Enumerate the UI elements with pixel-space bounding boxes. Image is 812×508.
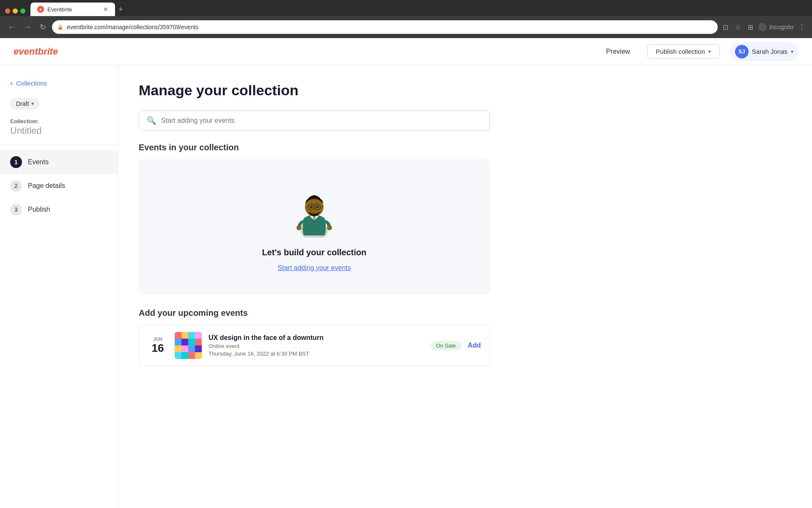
profile-button[interactable]: Incognito: [758, 23, 793, 31]
forward-button[interactable]: →: [21, 21, 34, 33]
minimize-dot[interactable]: [13, 8, 18, 14]
sidebar-item-page-details[interactable]: 2 Page details: [0, 174, 118, 198]
back-arrow-icon: ‹: [10, 79, 13, 88]
svg-rect-26: [195, 352, 202, 359]
svg-rect-24: [181, 352, 188, 359]
sidebar-divider: [0, 145, 118, 145]
step-3-circle: 3: [10, 204, 22, 215]
sidebar-item-page-details-label: Page details: [28, 182, 65, 190]
back-label: Collections: [16, 80, 47, 87]
tab-favicon: [37, 6, 44, 13]
collection-name: Untitled: [10, 125, 108, 136]
tab-title: Eventbrite: [47, 6, 100, 13]
close-dot[interactable]: [5, 8, 10, 14]
svg-rect-22: [195, 345, 202, 352]
browser-tabs: Eventbrite ✕ +: [0, 0, 812, 16]
svg-point-7: [310, 206, 313, 208]
user-name: Sarah Jonas: [752, 48, 787, 55]
step-1-circle: 1: [10, 156, 22, 168]
svg-point-10: [327, 225, 332, 230]
svg-rect-18: [195, 339, 202, 345]
svg-rect-20: [181, 345, 188, 352]
cast-icon[interactable]: ⊡: [721, 22, 730, 33]
collection-label: Collection:: [10, 118, 108, 124]
svg-rect-12: [181, 332, 188, 339]
search-icon: 🔍: [147, 116, 156, 125]
sidebar-item-events[interactable]: 1 Events: [0, 150, 118, 174]
header-right: Preview Publish collection ▾ SJ Sarah Jo…: [599, 42, 798, 61]
tab-grid-icon[interactable]: ⊞: [746, 22, 755, 33]
svg-rect-14: [195, 332, 202, 339]
sidebar-back-link[interactable]: ‹ Collections: [0, 74, 118, 93]
event-date: JUN 16: [148, 337, 168, 355]
sidebar-item-events-label: Events: [28, 158, 49, 166]
search-box[interactable]: 🔍: [139, 110, 490, 131]
page-title: Manage your collection: [139, 82, 792, 99]
chevron-down-icon: ▾: [708, 49, 711, 55]
svg-rect-13: [188, 332, 195, 339]
profile-icon: [758, 23, 767, 31]
app-header: eventbrite Preview Publish collection ▾ …: [0, 38, 812, 65]
user-chevron-icon: ▾: [791, 49, 793, 55]
add-event-button[interactable]: Add: [468, 342, 481, 349]
empty-state-box: Let's build your collection Start adding…: [139, 159, 490, 295]
svg-rect-11: [175, 332, 181, 339]
svg-rect-15: [175, 339, 181, 345]
search-input[interactable]: [161, 117, 482, 124]
event-month: JUN: [153, 337, 162, 342]
back-button[interactable]: ←: [5, 21, 18, 33]
sidebar-item-publish-label: Publish: [28, 206, 50, 213]
svg-rect-25: [188, 352, 195, 359]
browser-toolbar: ← → ↻ 🔒 eventbrite.com/manage/collection…: [0, 16, 812, 38]
svg-point-9: [296, 225, 302, 230]
svg-point-8: [316, 206, 318, 208]
address-bar[interactable]: 🔒 eventbrite.com/manage/collections/3597…: [52, 20, 718, 34]
empty-state-illustration: [289, 182, 340, 237]
svg-rect-19: [175, 345, 181, 352]
eventbrite-logo[interactable]: eventbrite: [14, 46, 58, 57]
new-tab-button[interactable]: +: [118, 5, 123, 14]
step-2-circle: 2: [10, 180, 22, 192]
address-text: eventbrite.com/manage/collections/359709…: [67, 24, 198, 30]
svg-rect-23: [175, 352, 181, 359]
event-datetime: Thursday, June 16, 2022 at 6:30 PM BST: [208, 351, 424, 357]
publish-button[interactable]: Publish collection ▾: [647, 44, 720, 59]
event-actions: On Sale Add: [431, 341, 481, 351]
browser-chrome: Eventbrite ✕ + ← → ↻ 🔒 eventbrite.com/ma…: [0, 0, 812, 38]
event-card: JUN 16: [139, 325, 490, 366]
event-type: Online event: [208, 343, 424, 349]
svg-rect-21: [188, 345, 195, 352]
tab-close-button[interactable]: ✕: [103, 6, 108, 13]
upcoming-section-title: Add your upcoming events: [139, 308, 792, 318]
publish-label: Publish collection: [656, 48, 705, 55]
on-sale-badge: On Sale: [431, 341, 461, 351]
maximize-dot[interactable]: [20, 8, 25, 14]
header-left: eventbrite: [14, 46, 58, 57]
start-adding-link[interactable]: Start adding your events: [277, 264, 351, 272]
lock-icon: 🔒: [57, 24, 63, 30]
draft-label: Draft: [16, 100, 29, 107]
avatar: SJ: [735, 45, 749, 58]
sidebar: ‹ Collections Draft ▾ Collection: Untitl…: [0, 65, 118, 508]
draft-chevron-icon: ▾: [31, 101, 34, 107]
event-day: 16: [152, 342, 164, 355]
events-section-title: Events in your collection: [139, 143, 792, 152]
sidebar-item-publish[interactable]: 3 Publish: [0, 198, 118, 221]
event-thumbnail: [175, 332, 202, 359]
draft-badge[interactable]: Draft ▾: [10, 98, 40, 110]
event-name: UX design in the face of a downturn: [208, 334, 424, 342]
app: eventbrite Preview Publish collection ▾ …: [0, 38, 812, 508]
bookmark-icon[interactable]: ☆: [733, 22, 743, 33]
page-content: Manage your collection 🔍 Events in your …: [118, 65, 812, 508]
svg-rect-17: [188, 339, 195, 345]
preview-button[interactable]: Preview: [599, 44, 637, 59]
active-tab[interactable]: Eventbrite ✕: [30, 3, 115, 16]
logo-text: eventbrite: [14, 46, 58, 57]
menu-icon[interactable]: ⋮: [797, 22, 807, 33]
reload-button[interactable]: ↻: [37, 21, 49, 33]
svg-line-6: [320, 207, 322, 207]
user-menu[interactable]: SJ Sarah Jonas ▾: [730, 42, 798, 61]
svg-line-4: [307, 207, 308, 207]
empty-state-title: Let's build your collection: [262, 248, 366, 257]
svg-rect-16: [181, 339, 188, 345]
